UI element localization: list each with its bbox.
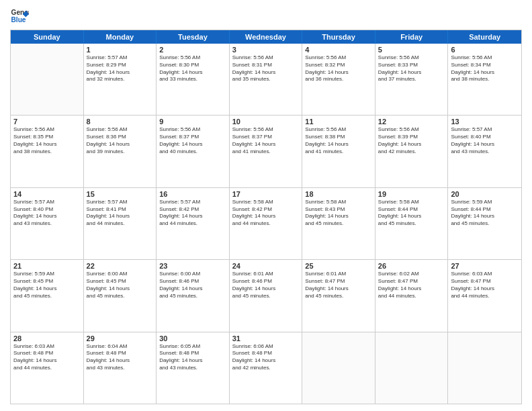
day-number: 14 xyxy=(13,190,81,198)
cell-line: Daylight: 14 hours xyxy=(378,69,445,77)
cell-line: Sunrise: 5:56 AM xyxy=(378,54,445,62)
cell-line: Daylight: 14 hours xyxy=(378,213,445,220)
cell-line: Sunrise: 5:57 AM xyxy=(451,126,519,134)
cell-line: Sunset: 8:37 PM xyxy=(232,134,300,141)
day-number: 2 xyxy=(159,46,226,54)
cell-line: Daylight: 14 hours xyxy=(13,357,81,365)
cell-line: Sunrise: 6:00 AM xyxy=(87,271,154,278)
cell-line: Sunrise: 5:57 AM xyxy=(87,199,154,206)
cell-line: Daylight: 14 hours xyxy=(451,141,519,148)
day-number: 13 xyxy=(451,118,519,126)
cell-line: Sunset: 8:48 PM xyxy=(87,350,154,357)
cell-line: and 44 minutes. xyxy=(451,293,519,300)
cell-line: Sunset: 8:47 PM xyxy=(378,278,445,285)
cell-line: Daylight: 14 hours xyxy=(232,357,300,365)
day-number: 17 xyxy=(232,190,300,198)
calendar-cell: 10Sunrise: 5:56 AMSunset: 8:37 PMDayligh… xyxy=(230,116,303,187)
cell-line: Sunset: 8:40 PM xyxy=(451,134,519,141)
calendar-cell: 13Sunrise: 5:57 AMSunset: 8:40 PMDayligh… xyxy=(448,116,521,187)
cell-line: Sunset: 8:45 PM xyxy=(87,278,154,285)
header-day-thursday: Thursday xyxy=(302,30,375,44)
cell-line: Sunrise: 5:56 AM xyxy=(378,126,445,134)
cell-line: Sunset: 8:44 PM xyxy=(451,206,519,214)
calendar-cell: 25Sunrise: 6:01 AMSunset: 8:47 PMDayligh… xyxy=(302,260,375,331)
cell-line: Sunset: 8:42 PM xyxy=(232,206,300,214)
cell-line: and 32 minutes. xyxy=(87,76,154,83)
cell-line: Sunset: 8:35 PM xyxy=(13,134,81,141)
cell-line: Sunrise: 5:59 AM xyxy=(451,199,519,206)
calendar-cell xyxy=(448,332,521,404)
cell-line: Daylight: 14 hours xyxy=(13,213,81,220)
header-day-friday: Friday xyxy=(375,30,449,44)
cell-line: Sunrise: 5:56 AM xyxy=(232,54,300,62)
calendar-cell: 12Sunrise: 5:56 AMSunset: 8:39 PMDayligh… xyxy=(375,116,449,187)
svg-text:Blue: Blue xyxy=(11,16,26,24)
cell-line: Sunrise: 5:59 AM xyxy=(13,271,81,278)
day-number: 12 xyxy=(378,118,445,126)
calendar-cell: 7Sunrise: 5:56 AMSunset: 8:35 PMDaylight… xyxy=(11,116,84,187)
cell-line: Sunrise: 6:00 AM xyxy=(159,271,226,278)
cell-line: Daylight: 14 hours xyxy=(378,285,445,293)
cell-line: Daylight: 14 hours xyxy=(232,69,300,77)
header-day-saturday: Saturday xyxy=(448,30,521,44)
cell-line: Daylight: 14 hours xyxy=(13,141,81,148)
cell-line: Sunrise: 5:56 AM xyxy=(159,126,226,134)
cell-line: Sunset: 8:37 PM xyxy=(159,134,226,141)
cell-line: Daylight: 14 hours xyxy=(87,141,154,148)
calendar-cell: 28Sunrise: 6:03 AMSunset: 8:48 PMDayligh… xyxy=(11,332,84,404)
cell-line: Sunrise: 6:03 AM xyxy=(451,271,519,278)
cell-line: and 43 minutes. xyxy=(13,220,81,228)
calendar-cell: 30Sunrise: 6:05 AMSunset: 8:48 PMDayligh… xyxy=(157,332,230,404)
cell-line: Daylight: 14 hours xyxy=(378,141,445,148)
calendar-cell: 11Sunrise: 5:56 AMSunset: 8:38 PMDayligh… xyxy=(302,116,375,187)
cell-line: Sunset: 8:39 PM xyxy=(378,134,445,141)
cell-line: and 44 minutes. xyxy=(159,220,226,228)
cell-line: Sunset: 8:44 PM xyxy=(378,206,445,214)
calendar-cell: 9Sunrise: 5:56 AMSunset: 8:37 PMDaylight… xyxy=(157,116,230,187)
cell-line: Sunset: 8:32 PM xyxy=(305,62,372,69)
cell-line: and 45 minutes. xyxy=(159,293,226,300)
day-number: 7 xyxy=(13,118,81,126)
cell-line: Daylight: 14 hours xyxy=(159,285,226,293)
cell-line: Sunrise: 5:56 AM xyxy=(305,54,372,62)
cell-line: Daylight: 14 hours xyxy=(305,213,372,220)
cell-line: Daylight: 14 hours xyxy=(305,141,372,148)
calendar: SundayMondayTuesdayWednesdayThursdayFrid… xyxy=(10,30,522,404)
cell-line: Sunrise: 6:05 AM xyxy=(159,343,226,351)
logo-icon: General Blue xyxy=(10,7,29,26)
calendar-cell: 19Sunrise: 5:58 AMSunset: 8:44 PMDayligh… xyxy=(375,188,449,259)
cell-line: Sunset: 8:31 PM xyxy=(232,62,300,69)
day-number: 27 xyxy=(451,262,519,270)
cell-line: Sunset: 8:48 PM xyxy=(13,350,81,357)
calendar-cell: 15Sunrise: 5:57 AMSunset: 8:41 PMDayligh… xyxy=(84,188,157,259)
calendar-cell: 6Sunrise: 5:56 AMSunset: 8:34 PMDaylight… xyxy=(448,44,521,115)
header-day-tuesday: Tuesday xyxy=(157,30,230,44)
day-number: 16 xyxy=(159,190,226,198)
day-number: 22 xyxy=(87,262,154,270)
cell-line: Sunset: 8:46 PM xyxy=(232,278,300,285)
cell-line: Sunrise: 6:03 AM xyxy=(13,343,81,351)
calendar-cell xyxy=(11,44,84,115)
day-number: 15 xyxy=(87,190,154,198)
calendar-cell: 27Sunrise: 6:03 AMSunset: 8:47 PMDayligh… xyxy=(448,260,521,331)
cell-line: Sunrise: 5:58 AM xyxy=(305,199,372,206)
day-number: 19 xyxy=(378,190,445,198)
cell-line: Sunrise: 5:56 AM xyxy=(13,126,81,134)
cell-line: Sunset: 8:40 PM xyxy=(13,206,81,214)
day-number: 9 xyxy=(159,118,226,126)
cell-line: and 43 minutes. xyxy=(87,365,154,372)
cell-line: and 45 minutes. xyxy=(451,220,519,228)
cell-line: Sunset: 8:48 PM xyxy=(159,350,226,357)
header: General Blue xyxy=(10,7,522,26)
cell-line: Sunrise: 5:56 AM xyxy=(451,54,519,62)
day-number: 23 xyxy=(159,262,226,270)
cell-line: Sunset: 8:38 PM xyxy=(305,134,372,141)
cell-line: and 33 minutes. xyxy=(159,76,226,83)
cell-line: Sunrise: 5:57 AM xyxy=(13,199,81,206)
calendar-cell: 16Sunrise: 5:57 AMSunset: 8:42 PMDayligh… xyxy=(157,188,230,259)
calendar-cell: 24Sunrise: 6:01 AMSunset: 8:46 PMDayligh… xyxy=(230,260,303,331)
cell-line: and 44 minutes. xyxy=(378,293,445,300)
calendar-cell: 4Sunrise: 5:56 AMSunset: 8:32 PMDaylight… xyxy=(302,44,375,115)
calendar-row-0: 1Sunrise: 5:57 AMSunset: 8:29 PMDaylight… xyxy=(11,44,521,116)
cell-line: Sunrise: 6:06 AM xyxy=(232,343,300,351)
